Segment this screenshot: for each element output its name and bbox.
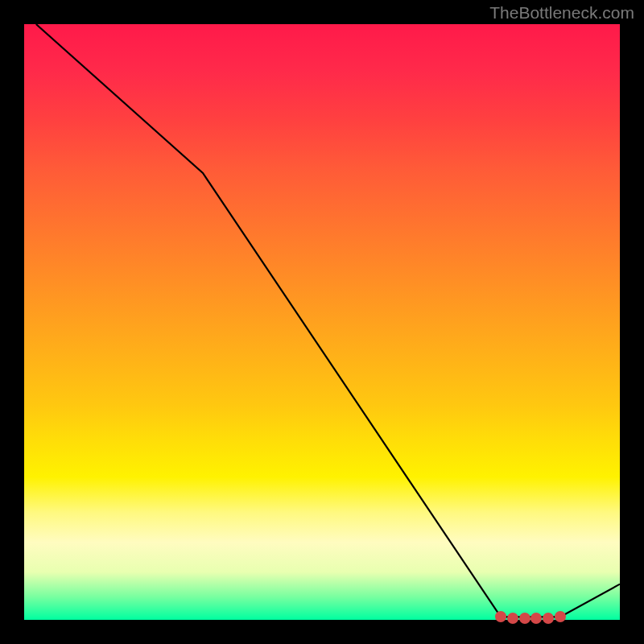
data-marker [530, 613, 542, 624]
watermark-text: TheBottleneck.com [489, 3, 634, 23]
data-marker [507, 613, 518, 624]
data-marker [555, 611, 566, 622]
data-marker [543, 613, 554, 624]
data-marker [495, 611, 506, 622]
data-marker [519, 613, 530, 624]
chart-curve [24, 24, 620, 620]
